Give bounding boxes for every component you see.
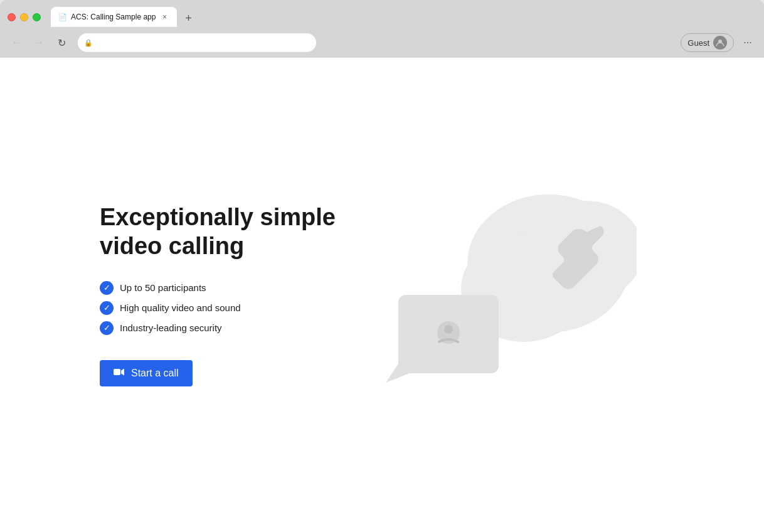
feature-item-2: ✓ High quality video and sound	[100, 301, 336, 315]
feature-label-2: High quality video and sound	[120, 302, 241, 313]
feature-label-1: Up to 50 participants	[120, 282, 206, 293]
lock-icon: 🔒	[84, 39, 93, 47]
fullscreen-traffic-light[interactable]	[33, 13, 41, 21]
guest-avatar	[713, 36, 727, 50]
tab-title: ACS: Calling Sample app	[71, 13, 156, 21]
check-icon-3: ✓	[100, 321, 114, 335]
more-options-button[interactable]: ···	[739, 34, 756, 51]
minimize-traffic-light[interactable]	[20, 13, 28, 21]
forward-button[interactable]: →	[30, 34, 48, 51]
illustration-svg	[373, 176, 637, 402]
svg-rect-1	[114, 369, 120, 375]
left-content: Exceptionally simple video calling ✓ Up …	[100, 203, 336, 386]
tab-bar: 📄 ACS: Calling Sample app × +	[51, 7, 756, 27]
guest-button[interactable]: Guest	[681, 33, 734, 52]
back-button[interactable]: ←	[8, 34, 25, 51]
tab-close-button[interactable]: ×	[159, 12, 169, 22]
feature-item-3: ✓ Industry-leading security	[100, 321, 336, 335]
headline-line1: Exceptionally simple	[100, 204, 336, 230]
address-bar[interactable]: 🔒	[78, 33, 316, 52]
check-icon-2: ✓	[100, 301, 114, 315]
content-wrapper: Exceptionally simple video calling ✓ Up …	[100, 176, 664, 414]
browser-actions: Guest ···	[681, 33, 756, 52]
headline: Exceptionally simple video calling	[100, 203, 336, 260]
features-list: ✓ Up to 50 participants ✓ High quality v…	[100, 281, 336, 335]
title-bar: 📄 ACS: Calling Sample app × +	[0, 0, 764, 28]
headline-line2: video calling	[100, 233, 244, 259]
guest-label: Guest	[687, 38, 709, 48]
feature-item-1: ✓ Up to 50 participants	[100, 281, 336, 295]
start-call-label: Start a call	[131, 368, 179, 379]
feature-label-3: Industry-leading security	[120, 322, 222, 333]
traffic-lights	[8, 13, 41, 21]
refresh-button[interactable]: ↻	[53, 34, 70, 51]
page-content: Exceptionally simple video calling ✓ Up …	[0, 58, 764, 532]
svg-point-7	[444, 325, 453, 334]
start-call-button[interactable]: Start a call	[100, 360, 193, 386]
close-traffic-light[interactable]	[8, 13, 16, 21]
browser-tab[interactable]: 📄 ACS: Calling Sample app ×	[51, 7, 177, 27]
new-tab-button[interactable]: +	[179, 9, 197, 27]
tab-page-icon: 📄	[58, 13, 67, 21]
check-icon-1: ✓	[100, 281, 114, 295]
browser-toolbar: ← → ↻ 🔒 Guest ···	[0, 28, 764, 58]
browser-chrome: 📄 ACS: Calling Sample app × + ← → ↻ 🔒 Gu…	[0, 0, 764, 58]
illustration	[373, 176, 637, 414]
video-camera-icon	[114, 368, 125, 379]
